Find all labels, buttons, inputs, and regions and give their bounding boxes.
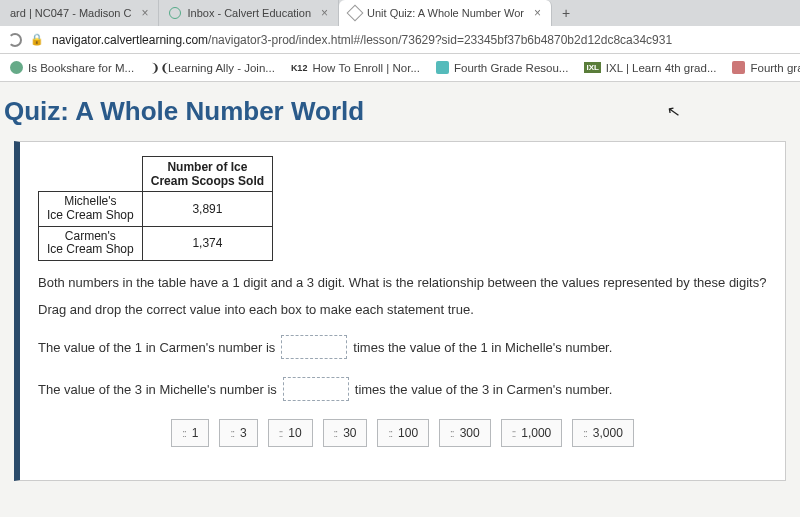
table-row-header: Carmen's Ice Cream Shop <box>39 226 143 261</box>
drop-zone[interactable] <box>281 335 347 359</box>
bookmark-prefix: K12 <box>291 63 308 73</box>
new-tab-button[interactable]: + <box>552 0 580 26</box>
answer-tile[interactable]: ::3,000 <box>572 419 634 447</box>
table-cell: 1,374 <box>142 226 272 261</box>
answer-tile[interactable]: ::100 <box>377 419 429 447</box>
tab-label: ard | NC047 - Madison C <box>10 7 131 19</box>
answer-tile[interactable]: ::300 <box>439 419 491 447</box>
tile-label: 100 <box>398 426 418 440</box>
table-row: Michelle's Ice Cream Shop 3,891 <box>39 192 273 227</box>
sentence-part: times the value of the 1 in Michelle's n… <box>353 340 612 355</box>
url-bar: 🔒 navigator.calvertlearning.com/navigato… <box>0 26 800 54</box>
tile-label: 1 <box>192 426 199 440</box>
answer-tile[interactable]: ::30 <box>323 419 368 447</box>
bookmark-label: Learning Ally - Join... <box>168 62 275 74</box>
answer-tile[interactable]: ::10 <box>268 419 313 447</box>
tile-label: 10 <box>288 426 301 440</box>
bookmark-label: Fourth Grade Resou... <box>454 62 568 74</box>
bookmark-label: How To Enroll | Nor... <box>312 62 420 74</box>
grip-icon: :: <box>334 428 338 439</box>
bookmark-item[interactable]: Is Bookshare for M... <box>10 61 134 74</box>
table-row: Carmen's Ice Cream Shop 1,374 <box>39 226 273 261</box>
favicon-icon <box>347 5 364 22</box>
answer-tile[interactable]: ::3 <box>219 419 257 447</box>
bookmark-icon <box>436 61 449 74</box>
grip-icon: :: <box>583 428 587 439</box>
bookmarks-bar: Is Bookshare for M... ❩❨ Learning Ally -… <box>0 54 800 82</box>
grip-icon: :: <box>182 428 186 439</box>
favicon-icon <box>169 7 181 19</box>
instruction-text: Drag and drop the correct value into eac… <box>38 302 767 317</box>
tile-label: 300 <box>460 426 480 440</box>
url-text[interactable]: navigator.calvertlearning.com/navigator3… <box>52 33 672 47</box>
browser-tab[interactable]: Inbox - Calvert Education × <box>159 0 339 26</box>
page-title: Quiz: A Whole Number World <box>0 92 786 141</box>
bookmark-icon <box>732 61 745 74</box>
table-cell: 3,891 <box>142 192 272 227</box>
data-table: Number of Ice Cream Scoops Sold Michelle… <box>38 156 273 261</box>
sentence-part: The value of the 3 in Michelle's number … <box>38 382 277 397</box>
browser-tab[interactable]: ard | NC047 - Madison C × <box>0 0 159 26</box>
url-domain: navigator.calvertlearning.com <box>52 33 208 47</box>
tile-label: 1,000 <box>521 426 551 440</box>
page-content: Quiz: A Whole Number World ↖ Number of I… <box>0 82 800 517</box>
sound-icon: ❩❨ <box>150 61 163 74</box>
fill-sentence-1: The value of the 1 in Carmen's number is… <box>38 335 767 359</box>
tile-label: 3 <box>240 426 247 440</box>
url-path: /navigator3-prod/index.html#/lesson/7362… <box>208 33 672 47</box>
sentence-part: The value of the 1 in Carmen's number is <box>38 340 275 355</box>
reload-icon[interactable] <box>8 33 22 47</box>
close-icon[interactable]: × <box>534 6 541 20</box>
grip-icon: :: <box>388 428 392 439</box>
lock-icon: 🔒 <box>30 33 44 46</box>
tile-label: 3,000 <box>593 426 623 440</box>
fill-sentence-2: The value of the 3 in Michelle's number … <box>38 377 767 401</box>
question-text: Both numbers in the table have a 1 digit… <box>38 275 767 290</box>
question-panel: Number of Ice Cream Scoops Sold Michelle… <box>14 141 786 481</box>
grip-icon: :: <box>450 428 454 439</box>
answer-tiles-row: ::1 ::3 ::10 ::30 ::100 ::300 ::1,000 ::… <box>38 419 767 447</box>
grip-icon: :: <box>230 428 234 439</box>
bookmark-item[interactable]: Fourth grade math... <box>732 61 800 74</box>
bookmark-label: IXL | Learn 4th grad... <box>606 62 717 74</box>
bookmark-item[interactable]: ❩❨ Learning Ally - Join... <box>150 61 275 74</box>
drop-zone[interactable] <box>283 377 349 401</box>
tab-label: Unit Quiz: A Whole Number Wor <box>367 7 524 19</box>
bookmark-prefix: IXL <box>584 62 600 73</box>
browser-tabstrip: ard | NC047 - Madison C × Inbox - Calver… <box>0 0 800 26</box>
sentence-part: times the value of the 3 in Carmen's num… <box>355 382 613 397</box>
answer-tile[interactable]: ::1,000 <box>501 419 563 447</box>
table-row-header: Michelle's Ice Cream Shop <box>39 192 143 227</box>
bookmark-label: Fourth grade math... <box>750 62 800 74</box>
grip-icon: :: <box>279 428 283 439</box>
bookmark-item[interactable]: IXL IXL | Learn 4th grad... <box>584 62 716 74</box>
close-icon[interactable]: × <box>321 6 328 20</box>
bookmark-icon <box>10 61 23 74</box>
bookmark-item[interactable]: K12 How To Enroll | Nor... <box>291 62 420 74</box>
bookmark-item[interactable]: Fourth Grade Resou... <box>436 61 568 74</box>
answer-tile[interactable]: ::1 <box>171 419 209 447</box>
table-header: Number of Ice Cream Scoops Sold <box>142 157 272 192</box>
tile-label: 30 <box>343 426 356 440</box>
grip-icon: :: <box>512 428 516 439</box>
browser-tab-active[interactable]: Unit Quiz: A Whole Number Wor × <box>339 0 552 26</box>
table-blank-cell <box>39 157 143 192</box>
close-icon[interactable]: × <box>141 6 148 20</box>
tab-label: Inbox - Calvert Education <box>187 7 311 19</box>
bookmark-label: Is Bookshare for M... <box>28 62 134 74</box>
